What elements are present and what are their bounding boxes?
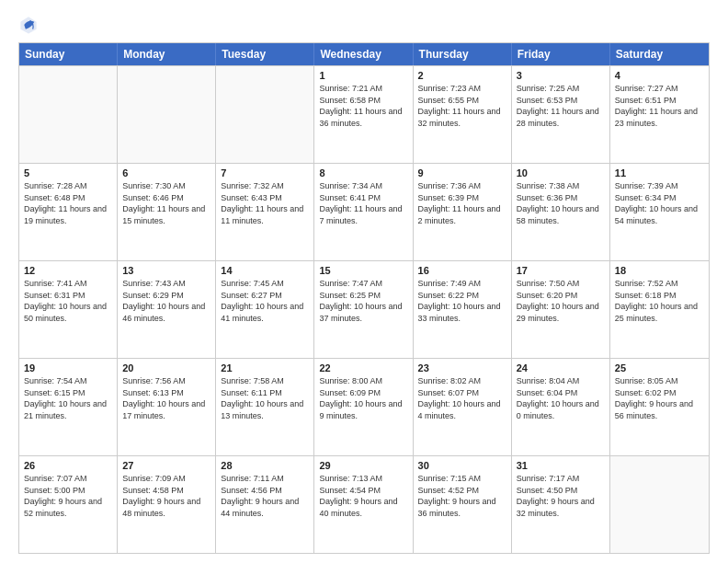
day-info: Sunrise: 7:28 AM Sunset: 6:48 PM Dayligh… <box>24 180 112 226</box>
day-cell-9: 9Sunrise: 7:36 AM Sunset: 6:39 PM Daylig… <box>414 164 512 260</box>
day-number: 1 <box>319 70 407 81</box>
day-number: 8 <box>319 167 407 178</box>
day-number: 12 <box>24 265 112 276</box>
day-number: 23 <box>418 362 506 373</box>
day-info: Sunrise: 7:49 AM Sunset: 6:22 PM Dayligh… <box>418 278 506 324</box>
day-number: 24 <box>517 362 605 373</box>
day-cell-7: 7Sunrise: 7:32 AM Sunset: 6:43 PM Daylig… <box>216 164 314 260</box>
header-day-tuesday: Tuesday <box>216 43 314 65</box>
day-number: 18 <box>615 265 704 276</box>
day-number: 20 <box>122 362 210 373</box>
calendar-body: 1Sunrise: 7:21 AM Sunset: 6:58 PM Daylig… <box>19 65 709 553</box>
day-number: 30 <box>418 460 506 471</box>
day-info: Sunrise: 8:05 AM Sunset: 6:02 PM Dayligh… <box>615 375 704 421</box>
calendar-header: SundayMondayTuesdayWednesdayThursdayFrid… <box>19 43 709 65</box>
day-info: Sunrise: 7:45 AM Sunset: 6:27 PM Dayligh… <box>221 278 309 324</box>
calendar-row-2: 5Sunrise: 7:28 AM Sunset: 6:48 PM Daylig… <box>19 163 709 260</box>
day-info: Sunrise: 7:32 AM Sunset: 6:43 PM Dayligh… <box>221 180 309 226</box>
day-number: 28 <box>221 460 309 471</box>
day-cell-25: 25Sunrise: 8:05 AM Sunset: 6:02 PM Dayli… <box>610 359 709 455</box>
day-info: Sunrise: 7:09 AM Sunset: 4:58 PM Dayligh… <box>122 473 210 519</box>
calendar-row-1: 1Sunrise: 7:21 AM Sunset: 6:58 PM Daylig… <box>19 65 709 163</box>
header-day-saturday: Saturday <box>610 43 709 65</box>
day-info: Sunrise: 7:41 AM Sunset: 6:31 PM Dayligh… <box>24 278 112 324</box>
header <box>18 15 710 35</box>
day-number: 21 <box>221 362 309 373</box>
day-info: Sunrise: 7:56 AM Sunset: 6:13 PM Dayligh… <box>122 375 210 421</box>
day-info: Sunrise: 7:21 AM Sunset: 6:58 PM Dayligh… <box>319 83 407 129</box>
day-cell-23: 23Sunrise: 8:02 AM Sunset: 6:07 PM Dayli… <box>414 359 512 455</box>
day-number: 15 <box>319 265 407 276</box>
day-info: Sunrise: 7:38 AM Sunset: 6:36 PM Dayligh… <box>517 180 605 226</box>
page: SundayMondayTuesdayWednesdayThursdayFrid… <box>0 0 728 563</box>
day-cell-8: 8Sunrise: 7:34 AM Sunset: 6:41 PM Daylig… <box>314 164 413 260</box>
header-day-monday: Monday <box>118 43 216 65</box>
day-number: 3 <box>517 70 605 81</box>
day-cell-12: 12Sunrise: 7:41 AM Sunset: 6:31 PM Dayli… <box>19 261 118 358</box>
day-info: Sunrise: 7:36 AM Sunset: 6:39 PM Dayligh… <box>418 180 506 226</box>
day-cell-27: 27Sunrise: 7:09 AM Sunset: 4:58 PM Dayli… <box>118 456 216 553</box>
day-info: Sunrise: 8:04 AM Sunset: 6:04 PM Dayligh… <box>517 375 605 421</box>
day-number: 17 <box>517 265 605 276</box>
day-info: Sunrise: 7:23 AM Sunset: 6:55 PM Dayligh… <box>418 83 506 129</box>
day-number: 10 <box>517 167 605 178</box>
day-cell-4: 4Sunrise: 7:27 AM Sunset: 6:51 PM Daylig… <box>610 66 709 163</box>
day-number: 26 <box>24 460 112 471</box>
day-number: 16 <box>418 265 506 276</box>
day-cell-empty <box>118 66 216 163</box>
header-day-wednesday: Wednesday <box>314 43 413 65</box>
day-cell-6: 6Sunrise: 7:30 AM Sunset: 6:46 PM Daylig… <box>118 164 216 260</box>
day-info: Sunrise: 7:13 AM Sunset: 4:54 PM Dayligh… <box>319 473 407 519</box>
day-number: 7 <box>221 167 309 178</box>
calendar-row-3: 12Sunrise: 7:41 AM Sunset: 6:31 PM Dayli… <box>19 260 709 358</box>
day-number: 14 <box>221 265 309 276</box>
day-cell-19: 19Sunrise: 7:54 AM Sunset: 6:15 PM Dayli… <box>19 359 118 455</box>
day-number: 6 <box>122 167 210 178</box>
day-cell-20: 20Sunrise: 7:56 AM Sunset: 6:13 PM Dayli… <box>118 359 216 455</box>
day-cell-29: 29Sunrise: 7:13 AM Sunset: 4:54 PM Dayli… <box>314 456 413 553</box>
day-info: Sunrise: 7:58 AM Sunset: 6:11 PM Dayligh… <box>221 375 309 421</box>
day-cell-11: 11Sunrise: 7:39 AM Sunset: 6:34 PM Dayli… <box>610 164 709 260</box>
day-cell-31: 31Sunrise: 7:17 AM Sunset: 4:50 PM Dayli… <box>512 456 610 553</box>
calendar-row-4: 19Sunrise: 7:54 AM Sunset: 6:15 PM Dayli… <box>19 358 709 455</box>
day-number: 9 <box>418 167 506 178</box>
day-cell-28: 28Sunrise: 7:11 AM Sunset: 4:56 PM Dayli… <box>216 456 314 553</box>
day-cell-empty <box>610 456 709 553</box>
day-number: 5 <box>24 167 112 178</box>
day-cell-26: 26Sunrise: 7:07 AM Sunset: 5:00 PM Dayli… <box>19 456 118 553</box>
day-cell-22: 22Sunrise: 8:00 AM Sunset: 6:09 PM Dayli… <box>314 359 413 455</box>
day-info: Sunrise: 7:34 AM Sunset: 6:41 PM Dayligh… <box>319 180 407 226</box>
calendar-row-5: 26Sunrise: 7:07 AM Sunset: 5:00 PM Dayli… <box>19 455 709 553</box>
day-cell-15: 15Sunrise: 7:47 AM Sunset: 6:25 PM Dayli… <box>314 261 413 358</box>
day-cell-5: 5Sunrise: 7:28 AM Sunset: 6:48 PM Daylig… <box>19 164 118 260</box>
day-info: Sunrise: 8:02 AM Sunset: 6:07 PM Dayligh… <box>418 375 506 421</box>
day-number: 27 <box>122 460 210 471</box>
day-info: Sunrise: 8:00 AM Sunset: 6:09 PM Dayligh… <box>319 375 407 421</box>
day-cell-16: 16Sunrise: 7:49 AM Sunset: 6:22 PM Dayli… <box>414 261 512 358</box>
day-number: 11 <box>615 167 704 178</box>
day-number: 2 <box>418 70 506 81</box>
day-number: 29 <box>319 460 407 471</box>
day-cell-2: 2Sunrise: 7:23 AM Sunset: 6:55 PM Daylig… <box>414 66 512 163</box>
header-day-thursday: Thursday <box>414 43 512 65</box>
day-info: Sunrise: 7:54 AM Sunset: 6:15 PM Dayligh… <box>24 375 112 421</box>
day-cell-18: 18Sunrise: 7:52 AM Sunset: 6:18 PM Dayli… <box>610 261 709 358</box>
day-info: Sunrise: 7:39 AM Sunset: 6:34 PM Dayligh… <box>615 180 704 226</box>
day-cell-empty <box>216 66 314 163</box>
day-number: 4 <box>615 70 704 81</box>
day-number: 31 <box>517 460 605 471</box>
day-cell-13: 13Sunrise: 7:43 AM Sunset: 6:29 PM Dayli… <box>118 261 216 358</box>
day-info: Sunrise: 7:47 AM Sunset: 6:25 PM Dayligh… <box>319 278 407 324</box>
day-info: Sunrise: 7:25 AM Sunset: 6:53 PM Dayligh… <box>517 83 605 129</box>
logo-icon <box>18 15 39 35</box>
day-info: Sunrise: 7:30 AM Sunset: 6:46 PM Dayligh… <box>122 180 210 226</box>
day-cell-10: 10Sunrise: 7:38 AM Sunset: 6:36 PM Dayli… <box>512 164 610 260</box>
day-cell-14: 14Sunrise: 7:45 AM Sunset: 6:27 PM Dayli… <box>216 261 314 358</box>
logo <box>18 15 42 35</box>
day-cell-1: 1Sunrise: 7:21 AM Sunset: 6:58 PM Daylig… <box>314 66 413 163</box>
day-cell-3: 3Sunrise: 7:25 AM Sunset: 6:53 PM Daylig… <box>512 66 610 163</box>
day-info: Sunrise: 7:50 AM Sunset: 6:20 PM Dayligh… <box>517 278 605 324</box>
day-info: Sunrise: 7:07 AM Sunset: 5:00 PM Dayligh… <box>24 473 112 519</box>
day-cell-17: 17Sunrise: 7:50 AM Sunset: 6:20 PM Dayli… <box>512 261 610 358</box>
calendar: SundayMondayTuesdayWednesdayThursdayFrid… <box>18 42 710 554</box>
